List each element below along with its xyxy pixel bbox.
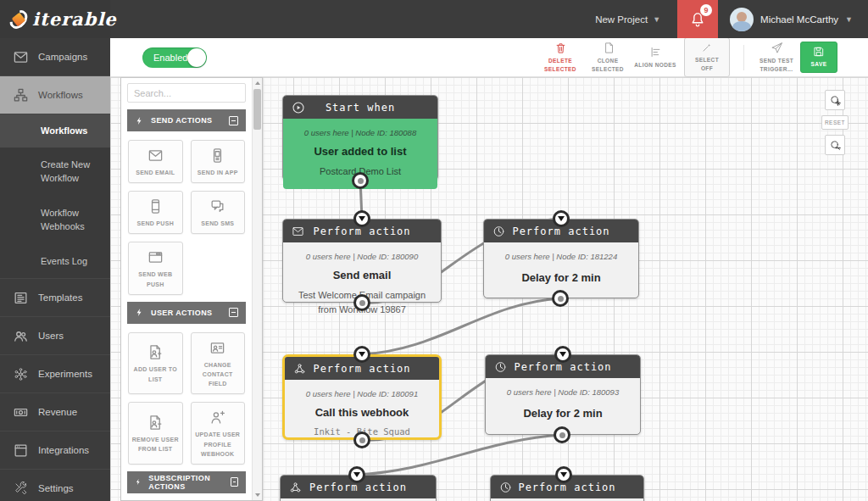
sidebar-item-label: Workflows — [38, 90, 83, 100]
app-logo[interactable]: iterable — [0, 0, 110, 38]
trash-icon — [554, 42, 567, 54]
user-name: Michael McCarthy — [760, 14, 838, 25]
enabled-toggle[interactable]: Enabled — [142, 47, 207, 68]
node-call-webhook[interactable]: Perform action 0 users here | Node ID: 1… — [282, 354, 442, 440]
in-app-icon — [209, 148, 225, 164]
workflow-toolbar: Enabled DELETE SELECTED CLONE SELECTED A… — [110, 38, 868, 77]
palette-card-update-user-profile-webhook[interactable]: UPDATE USER PROFILE WEBHOOK — [191, 402, 246, 465]
node-header-label: Perform action — [518, 482, 615, 493]
wand-icon — [701, 42, 713, 53]
send-test-trigger-button[interactable]: SEND TEST TRIGGER... — [753, 42, 800, 74]
send-test-trigger-label: SEND TEST TRIGGER... — [753, 57, 800, 74]
palette-card-change-contact-field[interactable]: CHANGE CONTACT FIELD — [191, 332, 246, 395]
project-dropdown[interactable]: New Project ▼ — [595, 14, 660, 25]
sidebar-item-integrations[interactable]: Integrations — [0, 431, 110, 470]
connector-out[interactable] — [554, 426, 570, 443]
connector-in[interactable] — [554, 346, 571, 363]
node-start-when[interactable]: Start when 0 users here | Node ID: 18008… — [282, 95, 438, 181]
align-nodes-label: ALIGN NODES — [634, 61, 676, 70]
sidebar-item-templates[interactable]: Templates — [0, 279, 110, 317]
palette-scrollbar[interactable] — [252, 78, 262, 500]
connector-in[interactable] — [353, 346, 370, 363]
zoom-out-button[interactable] — [825, 135, 845, 155]
sidebar: Campaigns Workflows Workflows Create New… — [0, 38, 110, 501]
paper-plane-icon — [771, 42, 783, 54]
submenu-item-workflows[interactable]: Workflows — [0, 114, 110, 148]
palette-card-send-web-push[interactable]: SEND WEB PUSH — [128, 242, 183, 294]
node-title: User added to list — [292, 145, 429, 158]
lightning-icon — [135, 308, 144, 317]
play-icon — [292, 101, 305, 114]
palette-card-send-push[interactable]: SEND PUSH — [128, 191, 183, 234]
section-header-subscription-actions[interactable]: SUBSCRIPTION ACTIONS — [127, 471, 246, 493]
sidebar-item-settings[interactable]: Settings — [0, 470, 110, 501]
atom-icon — [13, 366, 29, 382]
align-icon — [649, 46, 662, 58]
palette-card-send-email[interactable]: SEND EMAIL — [128, 140, 183, 183]
notifications-button[interactable]: 9 — [677, 0, 718, 38]
connector-out[interactable] — [353, 431, 370, 448]
submenu-item-create-new-workflow[interactable]: Create New Workflow — [0, 148, 100, 196]
user-menu[interactable]: Michael McCarthy ▼ — [718, 8, 868, 31]
connector-in[interactable] — [555, 466, 572, 483]
zoom-in-button[interactable] — [825, 90, 845, 110]
node-meta: 0 users here | Node ID: 180088 — [292, 128, 429, 137]
sidebar-item-label: Settings — [38, 483, 74, 493]
clone-selected-button[interactable]: CLONE SELECTED — [584, 42, 632, 74]
connector-out[interactable] — [353, 294, 370, 311]
delete-selected-button[interactable]: DELETE SELECTED — [537, 42, 584, 74]
scrollbar-thumb[interactable] — [253, 89, 261, 130]
toggle-knob — [187, 48, 206, 67]
section-title: SEND ACTIONS — [151, 116, 212, 125]
connector-in[interactable] — [348, 466, 365, 483]
magnifier-minus-icon — [829, 139, 842, 152]
save-button[interactable]: SAVE — [800, 42, 837, 73]
palette-card-send-in-app[interactable]: SEND IN APP — [191, 140, 246, 183]
clock-icon — [494, 360, 507, 373]
lightning-icon — [135, 116, 144, 125]
palette-card-remove-user-from-list[interactable]: REMOVE USER FROM LIST — [128, 402, 183, 465]
node-meta: 0 users here | Node ID: 181224 — [492, 252, 630, 261]
sidebar-item-workflows[interactable]: Workflows — [0, 76, 110, 114]
submenu-item-events-log[interactable]: Events Log — [0, 244, 110, 279]
card-label: SEND IN APP — [198, 168, 238, 177]
connector-in[interactable] — [553, 210, 570, 227]
card-label: SEND SMS — [201, 219, 234, 228]
sidebar-item-users[interactable]: Users — [0, 317, 110, 355]
magnifier-plus-icon — [829, 94, 842, 107]
select-off-button[interactable]: SELECT OFF — [684, 37, 730, 77]
node-delay-180093[interactable]: Perform action 0 users here | Node ID: 1… — [485, 354, 641, 435]
sidebar-item-experiments[interactable]: Experiments — [0, 355, 110, 393]
avatar — [730, 8, 754, 31]
section-header-user-actions[interactable]: USER ACTIONS — [127, 302, 246, 324]
workflow-icon — [13, 87, 29, 103]
section-header-send-actions[interactable]: SEND ACTIONS — [127, 109, 246, 131]
update-user-icon — [209, 409, 225, 426]
sidebar-item-label: Users — [38, 331, 64, 341]
node-send-email[interactable]: Perform action 0 users here | Node ID: 1… — [282, 219, 442, 303]
scroll-up-icon[interactable] — [255, 81, 260, 85]
sidebar-item-revenue[interactable]: Revenue — [0, 393, 110, 431]
sidebar-item-label: Campaigns — [38, 52, 87, 62]
collapse-icon[interactable] — [231, 477, 238, 487]
palette-card-send-sms[interactable]: SEND SMS — [191, 191, 246, 234]
align-nodes-button[interactable]: ALIGN NODES — [632, 46, 679, 70]
connector-out[interactable] — [552, 290, 569, 307]
search-input[interactable] — [127, 83, 246, 103]
reset-zoom-button[interactable]: RESET — [821, 115, 849, 130]
envelope-icon — [292, 225, 304, 237]
collapse-icon[interactable] — [229, 116, 238, 125]
submenu-item-workflow-webhooks[interactable]: Workflow Webhooks — [0, 196, 100, 244]
node-delay-181224[interactable]: Perform action 0 users here | Node ID: 1… — [483, 219, 639, 298]
copy-icon — [602, 42, 615, 54]
connector-out[interactable] — [352, 172, 369, 189]
sidebar-item-campaigns[interactable]: Campaigns — [0, 38, 110, 76]
webhook-icon — [293, 362, 306, 375]
collapse-icon[interactable] — [229, 308, 238, 317]
money-icon — [13, 404, 29, 420]
connector-in[interactable] — [353, 210, 370, 227]
project-label: New Project — [595, 14, 648, 25]
palette-card-add-user-to-list[interactable]: ADD USER TO LIST — [128, 332, 183, 395]
scroll-down-icon[interactable] — [255, 493, 260, 497]
card-label: CHANGE CONTACT FIELD — [194, 360, 242, 389]
